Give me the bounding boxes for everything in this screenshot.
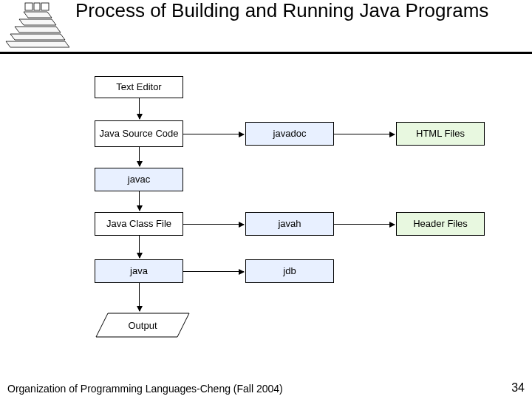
arrow-classfile-to-java — [139, 236, 140, 258]
box-javac: javac — [95, 168, 183, 191]
diagram-stage: Text Editor Java Source Code javadoc HTM… — [0, 54, 532, 379]
box-jdb: jdb — [245, 259, 334, 283]
svg-marker-3 — [19, 19, 56, 25]
slide-header: Process of Building and Running Java Pro… — [0, 0, 532, 49]
arrow-source-to-javadoc — [183, 134, 244, 134]
svg-marker-0 — [6, 41, 69, 47]
svg-marker-4 — [24, 12, 52, 18]
svg-rect-7 — [41, 3, 49, 10]
footer-text: Organization of Programming Languages-Ch… — [7, 383, 283, 395]
box-header-files: Header Files — [396, 212, 485, 236]
arrow-javadoc-to-html — [334, 134, 395, 134]
svg-marker-2 — [15, 27, 61, 33]
box-javadoc: javadoc — [245, 122, 334, 146]
arrow-editor-to-source — [139, 98, 140, 119]
box-java-source: Java Source Code — [95, 120, 183, 147]
box-output: Output — [95, 313, 191, 340]
output-label: Output — [95, 313, 191, 338]
arrow-javac-to-classfile — [139, 191, 140, 211]
box-javah: javah — [245, 212, 334, 236]
svg-rect-5 — [25, 3, 33, 10]
box-class-file: Java Class File — [95, 212, 183, 236]
arrow-java-to-jdb — [183, 271, 244, 272]
arrow-source-to-javac — [139, 147, 140, 166]
page-number: 34 — [511, 381, 525, 395]
layered-pyramid-icon — [3, 1, 69, 49]
box-java: java — [95, 259, 183, 283]
arrow-javah-to-header — [334, 224, 395, 225]
box-html-files: HTML Files — [396, 122, 485, 146]
svg-marker-1 — [10, 34, 65, 40]
page-title: Process of Building and Running Java Pro… — [75, 0, 488, 22]
arrow-java-to-output — [139, 283, 140, 311]
arrow-classfile-to-javah — [183, 224, 244, 225]
svg-rect-6 — [34, 3, 40, 10]
box-text-editor: Text Editor — [95, 76, 183, 98]
